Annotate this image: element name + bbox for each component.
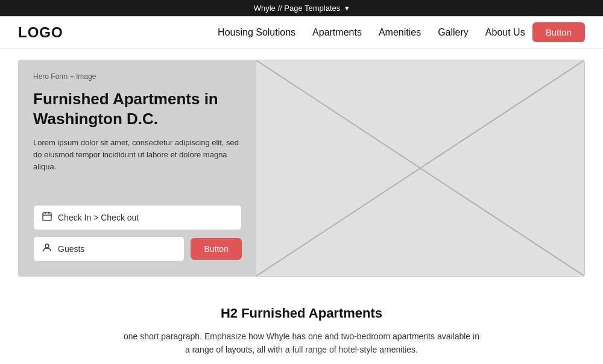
person-icon: [42, 243, 52, 255]
nav-item-gallery[interactable]: Gallery: [438, 27, 469, 38]
nav-item-about-us[interactable]: About Us: [485, 27, 525, 38]
nav-button[interactable]: Button: [532, 22, 585, 42]
main-content: Hero Form + Image Furnished Apartments i…: [0, 60, 603, 364]
svg-point-4: [45, 244, 49, 248]
below-hero-paragraph: one short paragraph. Emphasize how Whyle…: [121, 330, 482, 357]
nav-item-housing-solutions[interactable]: Housing Solutions: [218, 27, 295, 38]
hero-description: Lorem ipsum dolor sit amet, consectetur …: [33, 137, 242, 173]
nav-link-gallery[interactable]: Gallery: [438, 27, 469, 37]
hero-title: Furnished Apartments in Washington D.C.: [33, 89, 242, 128]
calendar-icon: [42, 212, 52, 224]
nav-link-amenities[interactable]: Amenities: [379, 27, 421, 37]
below-hero-section: H2 Furnished Apartments one short paragr…: [0, 287, 603, 364]
top-bar-title: Whyle // Page Templates: [254, 4, 341, 13]
checkin-field[interactable]: Check In > Check out: [33, 205, 242, 230]
hero-form: Check In > Check out Guests Button: [33, 205, 242, 262]
hero-section: Hero Form + Image Furnished Apartments i…: [18, 60, 585, 277]
svg-rect-0: [43, 213, 51, 221]
nav-item-apartments[interactable]: Apartments: [312, 27, 362, 38]
hero-section-label: Hero Form + Image: [33, 72, 242, 81]
below-hero-heading: H2 Furnished Apartments: [121, 306, 482, 321]
hero-left-panel: Hero Form + Image Furnished Apartments i…: [19, 60, 256, 276]
nav-links: Housing Solutions Apartments Amenities G…: [218, 27, 525, 38]
nav-link-about-us[interactable]: About Us: [485, 27, 525, 37]
logo: LOGO: [18, 24, 63, 41]
checkin-label: Check In > Check out: [58, 213, 139, 222]
navbar: LOGO Housing Solutions Apartments Amenit…: [0, 16, 603, 49]
form-bottom-row: Guests Button: [33, 236, 242, 262]
placeholder-image: [256, 60, 584, 276]
nav-link-housing-solutions[interactable]: Housing Solutions: [218, 27, 295, 37]
nav-link-apartments[interactable]: Apartments: [312, 27, 362, 37]
guests-field[interactable]: Guests: [33, 236, 185, 262]
top-bar-chevron: ▾: [345, 4, 349, 13]
hero-image-placeholder: [256, 60, 584, 276]
top-bar: Whyle // Page Templates ▾: [0, 0, 603, 16]
form-button[interactable]: Button: [191, 238, 241, 260]
nav-item-amenities[interactable]: Amenities: [379, 27, 421, 38]
guests-label: Guests: [58, 244, 84, 254]
